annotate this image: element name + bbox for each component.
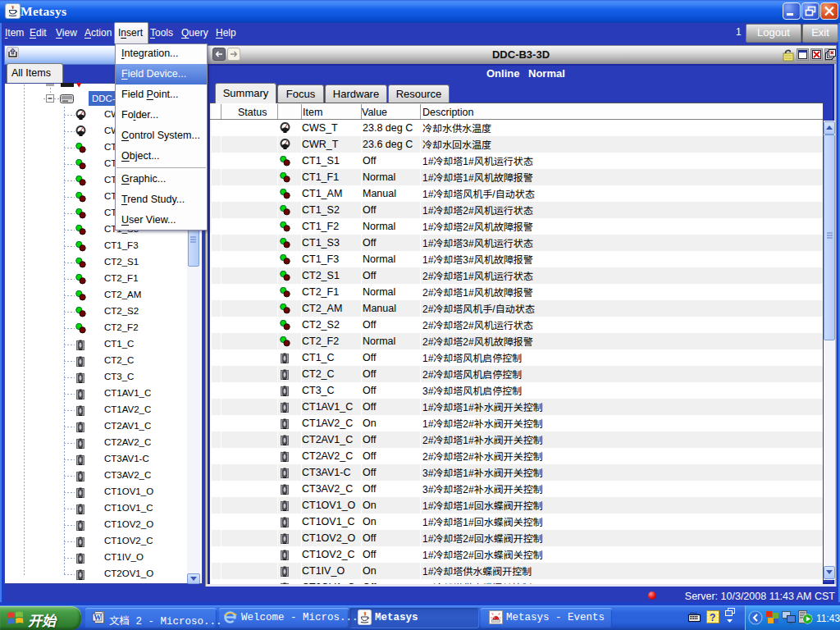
svg-text:?: ? <box>710 612 715 623</box>
svg-text:W: W <box>94 614 102 622</box>
